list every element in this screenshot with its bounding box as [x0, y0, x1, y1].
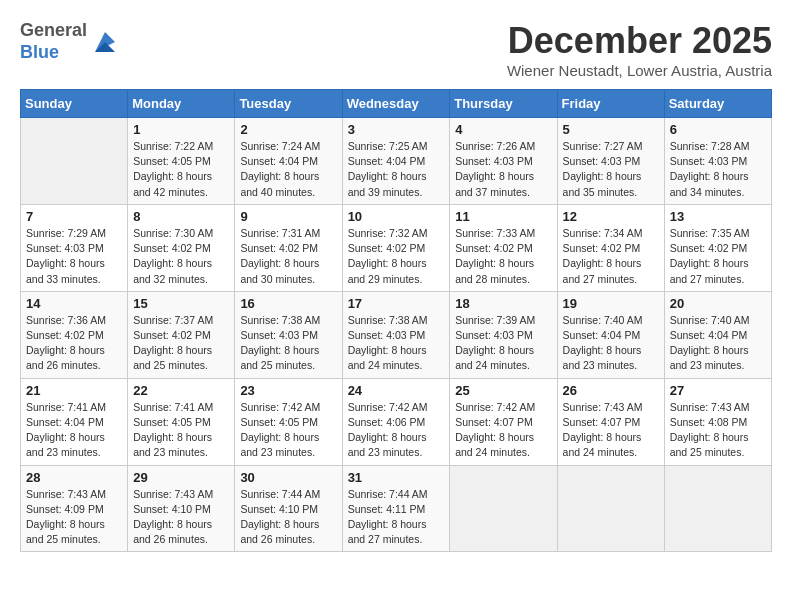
- calendar-cell: 25Sunrise: 7:42 AMSunset: 4:07 PMDayligh…: [450, 378, 557, 465]
- day-number: 31: [348, 470, 445, 485]
- calendar-cell: 21Sunrise: 7:41 AMSunset: 4:04 PMDayligh…: [21, 378, 128, 465]
- logo-icon: [91, 28, 119, 56]
- week-row-3: 14Sunrise: 7:36 AMSunset: 4:02 PMDayligh…: [21, 291, 772, 378]
- day-number: 17: [348, 296, 445, 311]
- calendar-cell: 2Sunrise: 7:24 AMSunset: 4:04 PMDaylight…: [235, 118, 342, 205]
- day-info: Sunrise: 7:43 AMSunset: 4:07 PMDaylight:…: [563, 400, 659, 461]
- calendar-cell: 17Sunrise: 7:38 AMSunset: 4:03 PMDayligh…: [342, 291, 450, 378]
- week-row-2: 7Sunrise: 7:29 AMSunset: 4:03 PMDaylight…: [21, 204, 772, 291]
- weekday-header-thursday: Thursday: [450, 90, 557, 118]
- day-number: 24: [348, 383, 445, 398]
- day-number: 9: [240, 209, 336, 224]
- day-info: Sunrise: 7:42 AMSunset: 4:07 PMDaylight:…: [455, 400, 551, 461]
- calendar-cell: 13Sunrise: 7:35 AMSunset: 4:02 PMDayligh…: [664, 204, 771, 291]
- week-row-1: 1Sunrise: 7:22 AMSunset: 4:05 PMDaylight…: [21, 118, 772, 205]
- day-number: 30: [240, 470, 336, 485]
- weekday-header-wednesday: Wednesday: [342, 90, 450, 118]
- calendar-cell: 18Sunrise: 7:39 AMSunset: 4:03 PMDayligh…: [450, 291, 557, 378]
- week-row-5: 28Sunrise: 7:43 AMSunset: 4:09 PMDayligh…: [21, 465, 772, 552]
- day-info: Sunrise: 7:22 AMSunset: 4:05 PMDaylight:…: [133, 139, 229, 200]
- logo-blue-text: Blue: [20, 42, 59, 62]
- day-info: Sunrise: 7:36 AMSunset: 4:02 PMDaylight:…: [26, 313, 122, 374]
- day-info: Sunrise: 7:43 AMSunset: 4:08 PMDaylight:…: [670, 400, 766, 461]
- day-number: 25: [455, 383, 551, 398]
- weekday-header-row: SundayMondayTuesdayWednesdayThursdayFrid…: [21, 90, 772, 118]
- day-info: Sunrise: 7:26 AMSunset: 4:03 PMDaylight:…: [455, 139, 551, 200]
- day-info: Sunrise: 7:30 AMSunset: 4:02 PMDaylight:…: [133, 226, 229, 287]
- day-info: Sunrise: 7:43 AMSunset: 4:10 PMDaylight:…: [133, 487, 229, 548]
- weekday-header-friday: Friday: [557, 90, 664, 118]
- weekday-header-saturday: Saturday: [664, 90, 771, 118]
- day-info: Sunrise: 7:32 AMSunset: 4:02 PMDaylight:…: [348, 226, 445, 287]
- title-area: December 2025 Wiener Neustadt, Lower Aus…: [507, 20, 772, 79]
- day-info: Sunrise: 7:42 AMSunset: 4:06 PMDaylight:…: [348, 400, 445, 461]
- day-info: Sunrise: 7:41 AMSunset: 4:04 PMDaylight:…: [26, 400, 122, 461]
- calendar-cell: 30Sunrise: 7:44 AMSunset: 4:10 PMDayligh…: [235, 465, 342, 552]
- calendar-cell: 26Sunrise: 7:43 AMSunset: 4:07 PMDayligh…: [557, 378, 664, 465]
- day-number: 5: [563, 122, 659, 137]
- weekday-header-monday: Monday: [128, 90, 235, 118]
- day-number: 8: [133, 209, 229, 224]
- calendar-cell: 19Sunrise: 7:40 AMSunset: 4:04 PMDayligh…: [557, 291, 664, 378]
- weekday-header-sunday: Sunday: [21, 90, 128, 118]
- day-number: 29: [133, 470, 229, 485]
- weekday-header-tuesday: Tuesday: [235, 90, 342, 118]
- calendar-cell: 3Sunrise: 7:25 AMSunset: 4:04 PMDaylight…: [342, 118, 450, 205]
- day-info: Sunrise: 7:28 AMSunset: 4:03 PMDaylight:…: [670, 139, 766, 200]
- day-number: 11: [455, 209, 551, 224]
- calendar-cell: 27Sunrise: 7:43 AMSunset: 4:08 PMDayligh…: [664, 378, 771, 465]
- week-row-4: 21Sunrise: 7:41 AMSunset: 4:04 PMDayligh…: [21, 378, 772, 465]
- calendar-cell: 9Sunrise: 7:31 AMSunset: 4:02 PMDaylight…: [235, 204, 342, 291]
- day-info: Sunrise: 7:24 AMSunset: 4:04 PMDaylight:…: [240, 139, 336, 200]
- day-info: Sunrise: 7:40 AMSunset: 4:04 PMDaylight:…: [670, 313, 766, 374]
- day-number: 27: [670, 383, 766, 398]
- day-number: 15: [133, 296, 229, 311]
- day-info: Sunrise: 7:38 AMSunset: 4:03 PMDaylight:…: [240, 313, 336, 374]
- day-number: 20: [670, 296, 766, 311]
- day-info: Sunrise: 7:33 AMSunset: 4:02 PMDaylight:…: [455, 226, 551, 287]
- day-number: 12: [563, 209, 659, 224]
- calendar-cell: 16Sunrise: 7:38 AMSunset: 4:03 PMDayligh…: [235, 291, 342, 378]
- calendar-cell: 29Sunrise: 7:43 AMSunset: 4:10 PMDayligh…: [128, 465, 235, 552]
- day-info: Sunrise: 7:40 AMSunset: 4:04 PMDaylight:…: [563, 313, 659, 374]
- day-number: 7: [26, 209, 122, 224]
- day-number: 26: [563, 383, 659, 398]
- day-number: 18: [455, 296, 551, 311]
- day-number: 6: [670, 122, 766, 137]
- calendar-cell: 15Sunrise: 7:37 AMSunset: 4:02 PMDayligh…: [128, 291, 235, 378]
- day-number: 19: [563, 296, 659, 311]
- day-info: Sunrise: 7:35 AMSunset: 4:02 PMDaylight:…: [670, 226, 766, 287]
- day-info: Sunrise: 7:38 AMSunset: 4:03 PMDaylight:…: [348, 313, 445, 374]
- day-info: Sunrise: 7:43 AMSunset: 4:09 PMDaylight:…: [26, 487, 122, 548]
- calendar-cell: [450, 465, 557, 552]
- day-number: 22: [133, 383, 229, 398]
- day-number: 23: [240, 383, 336, 398]
- calendar-cell: 23Sunrise: 7:42 AMSunset: 4:05 PMDayligh…: [235, 378, 342, 465]
- calendar-cell: 6Sunrise: 7:28 AMSunset: 4:03 PMDaylight…: [664, 118, 771, 205]
- day-number: 1: [133, 122, 229, 137]
- day-info: Sunrise: 7:29 AMSunset: 4:03 PMDaylight:…: [26, 226, 122, 287]
- calendar-cell: 11Sunrise: 7:33 AMSunset: 4:02 PMDayligh…: [450, 204, 557, 291]
- logo-general-text: General: [20, 20, 87, 40]
- calendar-cell: 28Sunrise: 7:43 AMSunset: 4:09 PMDayligh…: [21, 465, 128, 552]
- day-info: Sunrise: 7:41 AMSunset: 4:05 PMDaylight:…: [133, 400, 229, 461]
- calendar-cell: 12Sunrise: 7:34 AMSunset: 4:02 PMDayligh…: [557, 204, 664, 291]
- day-info: Sunrise: 7:25 AMSunset: 4:04 PMDaylight:…: [348, 139, 445, 200]
- calendar-cell: 22Sunrise: 7:41 AMSunset: 4:05 PMDayligh…: [128, 378, 235, 465]
- calendar-cell: 14Sunrise: 7:36 AMSunset: 4:02 PMDayligh…: [21, 291, 128, 378]
- day-number: 10: [348, 209, 445, 224]
- calendar-cell: 7Sunrise: 7:29 AMSunset: 4:03 PMDaylight…: [21, 204, 128, 291]
- day-info: Sunrise: 7:31 AMSunset: 4:02 PMDaylight:…: [240, 226, 336, 287]
- day-info: Sunrise: 7:44 AMSunset: 4:11 PMDaylight:…: [348, 487, 445, 548]
- day-number: 13: [670, 209, 766, 224]
- calendar-cell: 24Sunrise: 7:42 AMSunset: 4:06 PMDayligh…: [342, 378, 450, 465]
- calendar: SundayMondayTuesdayWednesdayThursdayFrid…: [20, 89, 772, 552]
- day-number: 3: [348, 122, 445, 137]
- calendar-cell: [664, 465, 771, 552]
- calendar-cell: [557, 465, 664, 552]
- calendar-cell: 8Sunrise: 7:30 AMSunset: 4:02 PMDaylight…: [128, 204, 235, 291]
- calendar-cell: 20Sunrise: 7:40 AMSunset: 4:04 PMDayligh…: [664, 291, 771, 378]
- calendar-cell: 10Sunrise: 7:32 AMSunset: 4:02 PMDayligh…: [342, 204, 450, 291]
- day-number: 28: [26, 470, 122, 485]
- calendar-cell: 31Sunrise: 7:44 AMSunset: 4:11 PMDayligh…: [342, 465, 450, 552]
